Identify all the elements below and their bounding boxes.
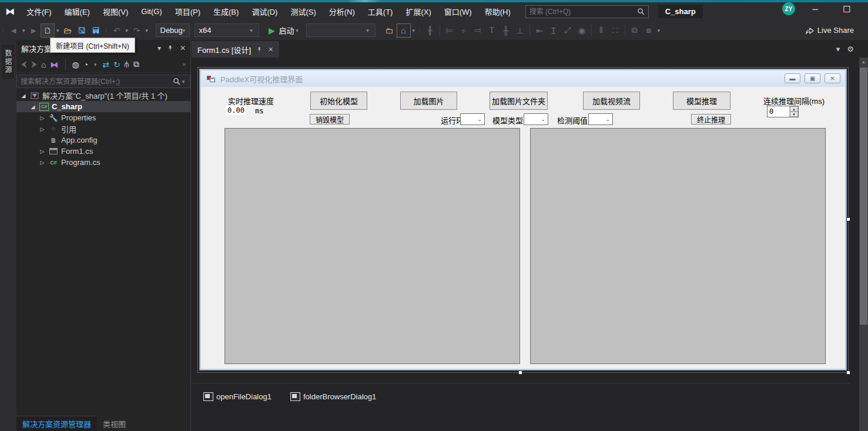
- picturebox-source[interactable]: [224, 128, 520, 364]
- menu-build[interactable]: 生成(B): [207, 2, 245, 21]
- spin-up-icon[interactable]: ▲: [790, 106, 798, 112]
- make-same-size-icon[interactable]: ⤢: [561, 23, 575, 38]
- init-model-button[interactable]: 初始化模型: [310, 92, 367, 110]
- tab-class-view[interactable]: 类视图: [97, 416, 132, 431]
- collapsed-arrow-icon[interactable]: ▷: [39, 160, 46, 166]
- collapsed-arrow-icon[interactable]: ▷: [39, 115, 46, 121]
- form-title-bar[interactable]: PaddleX可视化推理界面 ▬ ▣ ✕: [201, 70, 845, 87]
- send-to-back-icon[interactable]: ⧇: [642, 23, 656, 38]
- form-minimize-button[interactable]: ▬: [785, 73, 800, 83]
- tree-row-form1[interactable]: ▷ Form1.cs: [16, 146, 190, 157]
- configuration-dropdown[interactable]: Debug▾: [156, 23, 190, 37]
- start-debug-caret[interactable]: ▾: [294, 28, 300, 33]
- maximize-button[interactable]: ☐: [834, 0, 860, 18]
- undo-icon[interactable]: ↶: [110, 23, 124, 38]
- picturebox-result[interactable]: [530, 128, 826, 364]
- panel-options-caret-icon[interactable]: ▾: [157, 44, 161, 52]
- horizontal-spacing-icon[interactable]: ⦀: [594, 23, 608, 38]
- align-lefts-icon[interactable]: ⊨: [443, 23, 457, 38]
- startup-item-dropdown[interactable]: ▾: [306, 23, 376, 37]
- menu-help[interactable]: 帮助(H): [478, 2, 517, 21]
- menu-tools[interactable]: 工具(T): [361, 2, 400, 21]
- pending-changes-filter-icon[interactable]: ◍: [72, 60, 79, 69]
- toolbar-grip[interactable]: ⦙: [105, 27, 107, 34]
- save-icon[interactable]: 🖫: [75, 23, 89, 38]
- menu-debug[interactable]: 调试(D): [245, 2, 284, 21]
- navigate-forward-icon[interactable]: ►: [26, 23, 41, 38]
- menu-edit[interactable]: 编辑(E): [58, 2, 96, 21]
- component-openfiledialog[interactable]: openFileDialog1: [203, 392, 272, 401]
- tab-form1-designer[interactable]: Form1.cs [设计] 🖈 ✕: [192, 41, 279, 58]
- menu-analyze[interactable]: 分析(N): [323, 2, 361, 21]
- start-debug-label[interactable]: 启动: [279, 25, 294, 36]
- expanded-arrow-icon[interactable]: ◢: [20, 93, 27, 99]
- resize-handle-right[interactable]: [846, 217, 850, 221]
- menu-window[interactable]: 窗口(W): [438, 2, 478, 21]
- stop-infer-button[interactable]: 终止推理: [691, 114, 731, 124]
- load-image-button[interactable]: 加载图片: [400, 92, 457, 110]
- make-same-height-icon[interactable]: Ｉ: [547, 23, 561, 38]
- resize-handle-corner[interactable]: [846, 371, 850, 375]
- align-tops-icon[interactable]: Ⲧ: [485, 23, 499, 38]
- undo-caret[interactable]: ▾: [124, 28, 130, 33]
- scrollbar-thumb[interactable]: [860, 68, 867, 325]
- resize-handle-bottom[interactable]: [518, 371, 522, 375]
- tree-row-solution[interactable]: ◢ 解决方案"C_sharp"(1 个项目/共 1 个): [16, 90, 190, 101]
- show-all-files-icon[interactable]: ⧉: [133, 59, 139, 69]
- vertical-spacing-icon[interactable]: ⸬: [608, 23, 622, 38]
- tab-list-caret-icon[interactable]: ▾: [836, 45, 840, 53]
- new-project-caret[interactable]: ▾: [55, 28, 61, 33]
- layout-toolbar-caret[interactable]: ▾: [656, 28, 662, 33]
- close-icon[interactable]: ✕: [180, 44, 186, 52]
- refresh-icon[interactable]: ↻: [113, 60, 120, 69]
- detect-threshold-combobox[interactable]: ⌄: [588, 113, 613, 125]
- model-type-combobox[interactable]: ⌄: [524, 113, 548, 125]
- toolbar-grip[interactable]: ⦙: [2, 27, 4, 34]
- component-folderbrowserdialog[interactable]: folderBrowserDialog1: [290, 392, 376, 401]
- spin-down-icon[interactable]: ▼: [790, 112, 798, 117]
- new-project-icon[interactable]: 🗋: [41, 23, 55, 38]
- toolbar-overflow-icon[interactable]: »: [182, 61, 186, 68]
- align-middles-icon[interactable]: ╫: [499, 23, 513, 38]
- runtime-env-combobox[interactable]: ⌄: [460, 113, 485, 125]
- navigate-back-caret[interactable]: ▾: [21, 28, 26, 33]
- tree-row-references[interactable]: ▷ ⁘ 引用: [16, 123, 190, 134]
- scroll-up-arrow[interactable]: ▲: [859, 58, 868, 66]
- data-sources-vertical-tab[interactable]: 数据源: [2, 45, 14, 79]
- switch-views-icon[interactable]: ⧓: [51, 60, 59, 69]
- save-all-icon[interactable]: 🖬: [89, 23, 103, 38]
- load-video-stream-button[interactable]: 加载视频流: [583, 92, 640, 110]
- search-options-caret[interactable]: ▾: [180, 79, 186, 85]
- account-avatar[interactable]: ZY: [782, 2, 795, 15]
- start-debug-icon[interactable]: ▶: [265, 23, 279, 38]
- tree-row-program[interactable]: ▷ C# Program.cs: [16, 157, 190, 168]
- open-files-filter-icon[interactable]: ◔: [83, 60, 88, 69]
- redo-caret[interactable]: ▾: [144, 28, 150, 33]
- form-close-button[interactable]: ✕: [825, 73, 840, 83]
- collapsed-arrow-icon[interactable]: ▷: [39, 149, 46, 154]
- destroy-model-button[interactable]: 销毁模型: [310, 114, 350, 124]
- make-same-width-icon[interactable]: ⇤: [532, 23, 547, 38]
- find-in-files-icon[interactable]: 🗀: [383, 23, 397, 38]
- open-folder-icon[interactable]: 🗁: [61, 23, 75, 38]
- form-maximize-button[interactable]: ▣: [805, 73, 820, 83]
- menu-project[interactable]: 项目(P): [169, 2, 207, 21]
- menu-test[interactable]: 测试(S): [284, 2, 322, 21]
- tree-row-properties[interactable]: ▷ 🔧 Properties: [16, 112, 190, 123]
- solution-search-box[interactable]: ▾: [16, 75, 190, 88]
- menu-view[interactable]: 视图(V): [96, 2, 135, 21]
- collapsed-arrow-icon[interactable]: ▷: [39, 126, 46, 132]
- align-centers-icon[interactable]: ⧾: [457, 23, 471, 38]
- align-bottoms-icon[interactable]: ⊥: [513, 23, 527, 38]
- speed-value-textbox[interactable]: 0.00: [226, 106, 246, 115]
- winforms-designer-form[interactable]: PaddleX可视化推理界面 ▬ ▣ ✕ 实时推理速度 0.00 ms 初始化模…: [200, 69, 846, 370]
- settings-gear-icon[interactable]: ⚙: [847, 45, 854, 53]
- minimize-button[interactable]: ─: [802, 0, 828, 18]
- filter-caret[interactable]: ▾: [92, 62, 98, 68]
- quick-search-box[interactable]: [525, 5, 649, 18]
- tree-forward-icon[interactable]: ⮞: [31, 59, 37, 69]
- preview-in-browser-icon[interactable]: ⌂: [397, 23, 411, 38]
- home-icon[interactable]: ⌂: [41, 60, 46, 69]
- live-share-button[interactable]: Live Share: [805, 21, 854, 40]
- tree-back-icon[interactable]: ⮜: [21, 59, 27, 69]
